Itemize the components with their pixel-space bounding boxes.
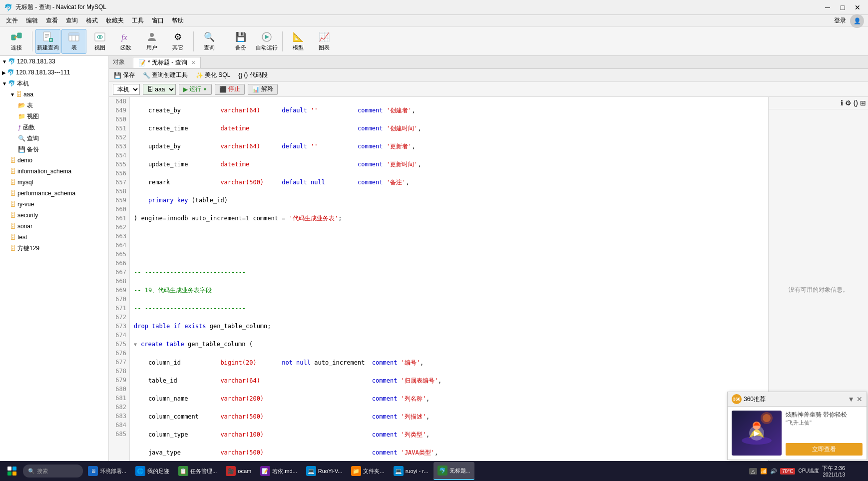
sidebar-table-folder[interactable]: 📂 表 <box>0 100 108 111</box>
run-label: 运行 <box>189 85 201 93</box>
minimize-button[interactable]: ─ <box>821 2 834 12</box>
ad-close-button[interactable]: ✕ <box>857 395 863 403</box>
settings-button[interactable]: ⚙ <box>845 99 852 107</box>
sidebar-db-security[interactable]: 🗄 security <box>0 210 108 221</box>
toolbar-model[interactable]: 📐 模型 <box>286 29 311 54</box>
info-button[interactable]: ℹ <box>841 99 843 107</box>
menu-query[interactable]: 查询 <box>62 15 82 26</box>
menu-tools[interactable]: 工具 <box>128 15 148 26</box>
beautify-sql-button[interactable]: ✨ 美化 SQL <box>193 70 233 80</box>
toolbar-table[interactable]: 表 <box>61 29 86 54</box>
menu-edit[interactable]: 编辑 <box>22 15 42 26</box>
ad-image: ▶ <box>732 411 782 456</box>
db-select[interactable]: 🗄 aaa <box>143 84 176 95</box>
sidebar-db-sonar[interactable]: 🗄 sonar <box>0 221 108 232</box>
taskbar-edge[interactable]: 🌐 我的足迹 <box>131 462 173 480</box>
ad-action-button[interactable]: 立即查看 <box>786 443 863 456</box>
start-button[interactable] <box>2 462 22 480</box>
sidebar-db-ry-vue-label: ry-vue <box>17 201 34 208</box>
navicat-icon: 🐬 <box>437 466 447 476</box>
maximize-button[interactable]: □ <box>836 2 849 12</box>
menu-window[interactable]: 窗口 <box>148 15 168 26</box>
ad-play-button[interactable]: ▶ <box>749 426 764 441</box>
user-icon <box>146 31 158 43</box>
menu-format[interactable]: 格式 <box>82 15 102 26</box>
toolbar-auto-run[interactable]: 自动运行 <box>254 29 279 54</box>
explain-button[interactable]: 📊 解释 <box>248 84 278 95</box>
folder-taskbar-icon: 📁 <box>351 466 361 476</box>
sidebar-db-mysql[interactable]: 🗄 mysql <box>0 177 108 188</box>
code-snippet-button[interactable]: {} () 代码段 <box>235 70 270 80</box>
query-builder-button[interactable]: 🔧 查询创建工具 <box>140 70 191 80</box>
toolbar-other[interactable]: ⚙ 其它 <box>165 29 190 54</box>
taskbar-md-label: 若依.md... <box>272 468 297 475</box>
toolbar-new-query[interactable]: 新建查询 <box>35 29 60 54</box>
ad-title-label: 360推荐 <box>744 395 766 404</box>
sidebar-connection-2[interactable]: ▶ 🐬 120.78.181.33---111 <box>0 67 108 78</box>
host-select[interactable]: 本机 <box>113 84 140 95</box>
menu-favorites[interactable]: 收藏夹 <box>102 15 128 26</box>
code-body: create_by varchar(64) default '' comment… <box>130 97 595 470</box>
taskbar-ocam[interactable]: 🎥 ocam <box>222 462 255 480</box>
ad-minimize-button[interactable]: ▼ <box>848 395 855 403</box>
sidebar-db-aaa[interactable]: ▼ 🗄 aaa <box>0 89 108 100</box>
taskbar-env[interactable]: 🖥 环境部署... <box>84 462 130 480</box>
taskbar-task-mgr[interactable]: 📋 任务管理... <box>174 462 221 480</box>
sql-editor[interactable]: 648 649 650 651 652 653 654 655 656 657 … <box>109 97 768 470</box>
title-bar-left: 🐬 无标题 - 查询 - Navicat for MySQL <box>4 3 106 11</box>
sidebar-local-host[interactable]: ▼ 🐬 本机 <box>0 78 108 89</box>
window-title: 无标题 - 查询 - Navicat for MySQL <box>15 3 106 11</box>
sidebar-connection-1[interactable]: ▼ 🐬 120.78.181.33 <box>0 56 108 67</box>
query-tab[interactable]: 📝 * 无标题 - 查询 ✕ <box>133 57 201 68</box>
run-icon: ▶ <box>183 86 188 93</box>
close-button[interactable]: ✕ <box>851 2 864 12</box>
db-icon-security: 🗄 <box>10 212 16 219</box>
show-desktop-btn[interactable] <box>848 462 862 480</box>
taskbar-search[interactable]: 🔍 搜索 <box>23 465 83 478</box>
no-object-text: 没有可用的对象信息。 <box>789 286 849 294</box>
taskbar-folder[interactable]: 📁 文件夹... <box>347 462 388 480</box>
menu-file[interactable]: 文件 <box>2 15 22 26</box>
toolbar-chart[interactable]: 📈 图表 <box>312 29 337 54</box>
db-icon-perf: 🗄 <box>10 190 16 197</box>
menu-help[interactable]: 帮助 <box>168 15 188 26</box>
save-button[interactable]: 💾 保存 <box>111 70 138 80</box>
title-bar: 🐬 无标题 - 查询 - Navicat for MySQL ─ □ ✕ <box>0 0 868 15</box>
taskbar-navicat[interactable]: 🐬 无标题... <box>434 462 474 480</box>
toolbar-auto-run-label: 自动运行 <box>256 44 278 51</box>
sidebar-table-label: 表 <box>27 101 33 110</box>
sidebar-view-folder[interactable]: 📁 视图 <box>0 111 108 122</box>
toolbar-connect[interactable]: 连接 <box>4 29 29 54</box>
paren-button[interactable]: () <box>854 99 858 107</box>
local-host-icon: 🐬 <box>8 80 15 87</box>
toolbar-user[interactable]: 用户 <box>139 29 164 54</box>
toolbar-view[interactable]: 视图 <box>87 29 112 54</box>
taskbar-md[interactable]: 📝 若依.md... <box>256 462 301 480</box>
sidebar-connection-1-label: 120.78.181.33 <box>17 58 55 65</box>
sidebar-function-folder[interactable]: ƒ 函数 <box>0 122 108 133</box>
stop-button[interactable]: ⬛ 停止 <box>215 84 245 95</box>
run-button[interactable]: ▶ 运行 ▼ <box>179 84 212 95</box>
taskbar-ruoyi-r[interactable]: 💻 ruoyi - r... <box>390 462 433 480</box>
db-icon-info: 🗄 <box>10 168 16 175</box>
taskbar-ruoyi-r-label: ruoyi - r... <box>406 468 429 474</box>
sidebar-db-performance[interactable]: 🗄 performance_schema <box>0 188 108 199</box>
grid-button[interactable]: ⊞ <box>860 99 866 107</box>
object-header: 对象 📝 * 无标题 - 查询 ✕ <box>109 56 868 69</box>
toolbar-function[interactable]: fx 函数 <box>113 29 138 54</box>
toolbar-backup[interactable]: 💾 备份 <box>228 29 253 54</box>
main-toolbar: 连接 新建查询 表 视图 fx 函数 用户 ⚙ 其它 🔍 查询 <box>0 27 868 56</box>
sidebar-db-info-schema[interactable]: 🗄 information_schema <box>0 166 108 177</box>
sidebar-query-folder[interactable]: 🔍 查询 <box>0 133 108 144</box>
sidebar-db-demo[interactable]: 🗄 demo <box>0 155 108 166</box>
toolbar-query[interactable]: 🔍 查询 <box>197 29 222 54</box>
sidebar-db-fang[interactable]: 🗄 方键129 <box>0 243 108 254</box>
folder-icon: 📂 <box>18 102 25 109</box>
sidebar-backup-folder[interactable]: 💾 备份 <box>0 144 108 155</box>
sidebar-db-ry-vue[interactable]: 🗄 ry-vue <box>0 199 108 210</box>
taskbar-ruoyi-v[interactable]: 💻 RuoYi-V... <box>302 462 347 480</box>
tab-close-btn[interactable]: ✕ <box>191 60 195 65</box>
sidebar-db-test[interactable]: 🗄 test <box>0 232 108 243</box>
menu-view[interactable]: 查看 <box>42 15 62 26</box>
login-button[interactable]: 登录 <box>834 16 850 25</box>
